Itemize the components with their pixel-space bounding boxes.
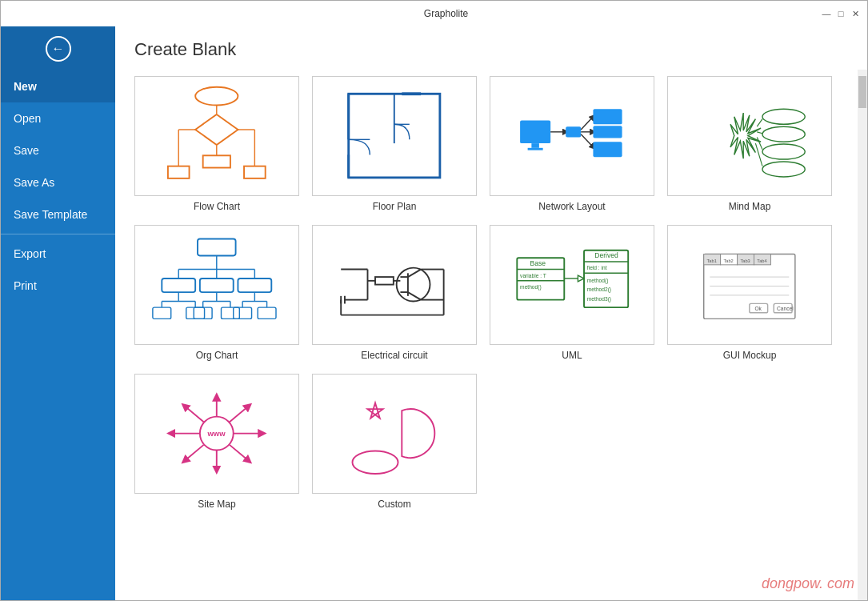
svg-text:Base: Base [530,259,546,267]
template-thumb-flow-chart [134,76,299,196]
scrollbar-thumb[interactable] [858,76,866,108]
templates-grid: Flow Chart [134,76,838,510]
sidebar-item-save[interactable]: Save [1,134,115,166]
template-label-site-map: Site Map [198,499,235,510]
template-thumb-custom [312,374,477,494]
svg-marker-90 [578,276,585,282]
window-controls: — □ ✕ [821,8,861,19]
svg-rect-16 [402,93,422,96]
svg-rect-18 [520,121,550,144]
svg-line-122 [230,407,249,423]
svg-rect-67 [375,277,394,285]
template-card-org-chart[interactable]: Org Chart [134,225,299,361]
svg-rect-63 [258,308,276,319]
sidebar-item-save-as[interactable]: Save As [1,166,115,198]
svg-rect-19 [532,144,540,149]
app-body: ← New Open Save Save As Save Template Ex… [1,26,867,600]
template-label-gui-mockup: GUI Mockup [723,350,777,361]
svg-text:Ok: Ok [755,306,762,311]
svg-line-35 [758,138,763,150]
svg-rect-28 [594,142,622,158]
svg-point-125 [353,451,398,475]
maximize-button[interactable]: □ [835,8,846,19]
svg-line-23 [581,117,593,130]
svg-point-32 [762,162,805,177]
svg-rect-45 [238,278,272,292]
svg-text:Derived: Derived [595,252,619,260]
app-window: Grapholite — □ ✕ ← New Open Save Save As [0,0,868,601]
minimize-button[interactable]: — [821,8,832,19]
template-card-floor-plan[interactable]: Floor Plan [312,76,477,212]
svg-text:field : int: field : int [587,265,607,270]
template-thumb-site-map: www [134,374,299,494]
close-button[interactable]: ✕ [850,8,861,19]
template-label-floor-plan: Floor Plan [373,201,417,212]
svg-rect-20 [528,148,543,150]
template-card-custom[interactable]: Custom [312,374,477,510]
template-label-uml: UML [562,350,582,361]
svg-text:method3(): method3() [587,296,611,303]
svg-text:Tab2: Tab2 [724,258,734,263]
sidebar-item-export[interactable]: Export [1,238,115,270]
template-label-flow-chart: Flow Chart [194,201,240,212]
main-header: Create Blank [115,26,867,70]
template-thumb-mind-map [667,76,832,196]
svg-rect-57 [222,308,240,319]
svg-text:variable : T: variable : T [520,273,546,278]
svg-line-121 [185,407,204,423]
sidebar-divider [1,234,115,234]
window-title: Grapholite [71,8,821,19]
templates-area: Flow Chart [115,70,858,600]
template-card-gui-mockup[interactable]: Tab1 Tab2 Tab3 Tab4 [667,225,832,361]
svg-text:method(): method() [520,285,542,291]
page-title: Create Blank [134,39,848,60]
template-thumb-uml: Base variable : T method() [490,225,654,345]
svg-line-124 [230,445,249,461]
svg-point-29 [762,110,805,125]
svg-rect-51 [186,308,205,319]
template-card-electrical[interactable]: Electrical circuit [312,225,477,361]
svg-marker-1 [195,114,238,145]
watermark: dongpow. com [762,575,854,592]
template-thumb-org-chart [134,225,299,345]
template-card-network-layout[interactable]: Network Layout [490,76,654,212]
svg-point-0 [195,87,238,106]
svg-rect-43 [162,278,196,292]
svg-rect-37 [198,239,236,256]
template-card-mind-map[interactable]: Mind Map [667,76,832,212]
sidebar-item-open[interactable]: Open [1,102,115,134]
svg-rect-62 [234,308,252,319]
svg-text:Tab4: Tab4 [758,258,767,263]
svg-rect-22 [566,127,581,138]
sidebar-item-print[interactable]: Print [1,270,115,302]
svg-point-31 [762,144,805,159]
scrollbar-track[interactable] [858,70,867,600]
svg-point-69 [397,268,430,302]
svg-point-30 [762,127,805,142]
svg-text:Tab1: Tab1 [707,258,717,263]
svg-rect-27 [594,126,622,138]
svg-line-25 [581,134,593,147]
svg-line-123 [185,445,204,461]
svg-text:method(): method() [587,278,609,284]
template-thumb-network-layout [490,76,654,196]
template-label-electrical: Electrical circuit [361,350,427,361]
template-thumb-gui-mockup: Tab1 Tab2 Tab3 Tab4 [667,225,832,345]
main-content: Create Blank [115,26,867,600]
template-card-uml[interactable]: Base variable : T method() [490,225,654,361]
template-thumb-electrical [312,225,477,345]
template-label-mind-map: Mind Map [729,201,771,212]
svg-text:method2(): method2() [587,287,611,294]
template-label-org-chart: Org Chart [196,350,238,361]
svg-rect-10 [203,156,230,168]
template-card-site-map[interactable]: www [134,374,299,510]
back-button[interactable]: ← [1,26,115,70]
template-card-flow-chart[interactable]: Flow Chart [134,76,299,212]
svg-rect-26 [594,110,622,125]
svg-text:www: www [207,430,226,439]
svg-line-73 [408,270,421,278]
template-thumb-floor-plan [312,76,477,196]
svg-line-74 [408,293,421,301]
sidebar-item-new[interactable]: New [1,70,115,102]
sidebar-item-save-template[interactable]: Save Template [1,198,115,230]
